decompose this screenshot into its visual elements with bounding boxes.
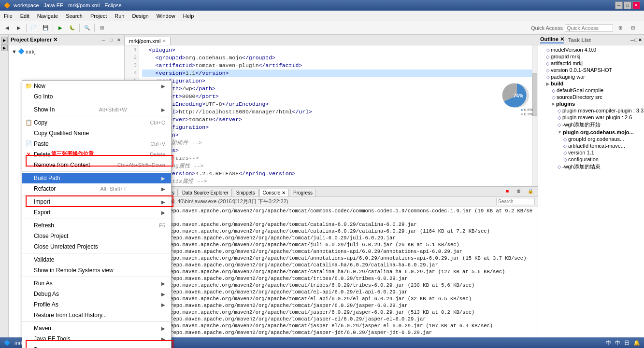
- outline-tab-tasklist[interactable]: Task List: [568, 37, 591, 43]
- outline-item[interactable]: ▶ plugins: [538, 100, 644, 107]
- outline-item[interactable]: ◇ plugin maven-war-plugin : 2.6: [538, 114, 644, 121]
- ctx-show-remote[interactable]: Show in Remote Systems view: [22, 265, 171, 276]
- close-button[interactable]: ✕: [632, 1, 640, 9]
- ctx-show-in[interactable]: Show In Alt+Shift+W ▶: [22, 104, 171, 115]
- menu-navigate[interactable]: Navigate: [33, 11, 62, 21]
- pe-maximize-btn[interactable]: □: [108, 37, 114, 43]
- strip-btn-2[interactable]: ▶: [1, 44, 8, 51]
- outline-item[interactable]: ◇ version 0.0.1-SNAPSHOT: [538, 67, 644, 73]
- ctx-export[interactable]: Export ▶: [22, 207, 171, 218]
- perspectives-button[interactable]: ⊞: [615, 23, 626, 33]
- code-line: <uriEncoding>UTF-8</uriEncoding>: [142, 100, 536, 108]
- ctx-javaee[interactable]: Java EE Tools ▶: [22, 334, 171, 344]
- ctx-profile-as[interactable]: Profile As ▶: [22, 299, 171, 310]
- toolbar-debug[interactable]: 🐛: [67, 23, 77, 33]
- editor-wrapper: mrkj/pom.xml ✕ 12345 678910 1112131415 1…: [125, 35, 538, 337]
- ctx-go-into[interactable]: Go Into: [22, 91, 171, 102]
- ctx-run-as[interactable]: Run As ▶: [22, 278, 171, 289]
- outline-item[interactable]: ◇ artifactId tomcat-mave...: [538, 142, 644, 149]
- console-search-input[interactable]: [496, 198, 535, 205]
- ctx-build-path[interactable]: Build Path ▶: [22, 173, 171, 183]
- ctx-import[interactable]: Import ▶: [22, 196, 171, 207]
- ctx-close-unrelated[interactable]: Close Unrelated Projects: [22, 241, 171, 252]
- menu-edit[interactable]: Edit: [16, 11, 33, 21]
- tab-datasource[interactable]: Data Source Explorer: [179, 189, 232, 196]
- ctx-validate[interactable]: Validate: [22, 254, 171, 265]
- toolbar-back[interactable]: ◀: [2, 23, 13, 33]
- ctx-copy-qualified-label: Copy Qualified Name: [34, 130, 89, 137]
- ctx-new[interactable]: 📁 New ▶: [22, 81, 171, 91]
- toolbar-save[interactable]: 💾: [40, 23, 51, 33]
- maximize-button[interactable]: □: [624, 1, 631, 9]
- ctx-delete[interactable]: ✕ Delete 第三张图操作位置 Delete: [22, 149, 171, 160]
- outline-tab-outline[interactable]: Outline ✕: [540, 36, 564, 43]
- toolbar-search[interactable]: 🔍: [82, 23, 92, 33]
- view-menu-button[interactable]: ⊟: [628, 23, 638, 33]
- editor-tabs: mrkj/pom.xml ✕: [125, 35, 538, 45]
- diamond-icon: ◇: [558, 164, 561, 169]
- toolbar-new[interactable]: 📄: [29, 23, 39, 33]
- ctx-remove[interactable]: Remove from Context Ctrl+Alt+Shift+Down: [22, 160, 171, 170]
- minimize-button[interactable]: ─: [615, 1, 623, 9]
- quick-access-input[interactable]: [565, 24, 613, 32]
- outline-close-btn[interactable]: ✕: [638, 38, 642, 42]
- pe-project-item[interactable]: ▼ 🔷 mrkj: [10, 47, 123, 56]
- outline-item[interactable]: ◇ configuration: [538, 156, 644, 163]
- toolbar-run[interactable]: ▶: [55, 23, 66, 33]
- tab-progress[interactable]: Progress: [290, 189, 316, 196]
- outline-item[interactable]: ▶ build: [538, 80, 644, 87]
- ctx-refactor[interactable]: Refactor Alt+Shift+T ▶: [22, 183, 171, 194]
- outline-minimize-btn[interactable]: ─: [630, 38, 633, 42]
- editor-tab-pom[interactable]: mrkj/pom.xml ✕: [125, 37, 171, 45]
- ctx-paste[interactable]: 📄 Paste Ctrl+V: [22, 139, 171, 149]
- outline-item[interactable]: ◇ modelVersion 4.0.0: [538, 46, 644, 53]
- toolbar-forward[interactable]: ▶: [14, 23, 24, 33]
- tab-console[interactable]: Console ✕: [259, 189, 289, 196]
- pe-close-btn[interactable]: ✕: [115, 37, 122, 43]
- menu-design[interactable]: Design: [128, 11, 152, 21]
- outline-item[interactable]: ◇ groupId mrkj: [538, 53, 644, 60]
- menu-search[interactable]: Search: [62, 11, 86, 21]
- strip-btn-1[interactable]: ▶: [1, 37, 8, 43]
- outline-item[interactable]: ▼ plugin org.codehaus.mojo...: [538, 129, 644, 136]
- outline-item[interactable]: ◇ sourceDirectory src: [538, 94, 644, 100]
- ctx-maven[interactable]: Maven ▶: [22, 323, 171, 334]
- outline-item[interactable]: ◇ defaultGoal compile: [538, 87, 644, 94]
- tab-snippets[interactable]: Snippets: [233, 189, 258, 196]
- code-line: <url>http://localhost:8080/manager/html<…: [142, 108, 536, 116]
- ctx-export-label: Export: [34, 209, 51, 216]
- title-bar-controls[interactable]: ─ □ ✕: [615, 1, 640, 9]
- console-stop-btn[interactable]: ■: [502, 186, 513, 196]
- code-line: <path>/wp</path>: [142, 85, 536, 93]
- tab-close-icon[interactable]: ✕: [162, 39, 166, 43]
- ctx-copy-qualified[interactable]: Copy Qualified Name: [22, 128, 171, 139]
- console-scroll-lock-btn[interactable]: 🔒: [525, 186, 536, 196]
- console-clear-btn[interactable]: 🗑: [514, 186, 524, 196]
- outline-item[interactable]: ◇ groupId org.codehaus...: [538, 136, 644, 142]
- outline-item[interactable]: ◇ version 1.1: [538, 149, 644, 156]
- ctx-team[interactable]: Team ▶: [22, 344, 171, 348]
- outline-item[interactable]: ◇ packaging war: [538, 73, 644, 80]
- menu-file[interactable]: File: [0, 11, 16, 21]
- ctx-close-project[interactable]: Close Project: [22, 231, 171, 241]
- pe-tree: ▼ 🔷 mrkj: [9, 45, 124, 57]
- pe-minimize-btn[interactable]: ─: [100, 37, 107, 43]
- delete-icon: ✕: [25, 151, 32, 158]
- toolbar-perspective[interactable]: ⊞: [97, 23, 107, 33]
- ctx-debug-as[interactable]: Debug As ▶: [22, 289, 171, 299]
- menu-run[interactable]: Run: [111, 11, 128, 21]
- outline-item[interactable]: ◇ plugin maven-compiler-plugin : 3.3: [538, 107, 644, 114]
- outline-item[interactable]: ◇ -wgh添加的结束: [538, 163, 644, 171]
- menu-window[interactable]: Window: [153, 11, 179, 21]
- outline-item[interactable]: ◇ -wgh添加的开始: [538, 121, 644, 129]
- ctx-copy[interactable]: 📋 Copy Ctrl+C: [22, 117, 171, 128]
- code-content[interactable]: <plugin> <groupId>org.codehaus.mojo</gro…: [140, 45, 538, 186]
- diamond-icon: ◇: [546, 61, 550, 66]
- outline-header-btns: ─ □ ✕: [630, 38, 642, 42]
- menu-project[interactable]: Project: [86, 11, 111, 21]
- outline-item[interactable]: ◇ artifactId mrkj: [538, 60, 644, 67]
- ctx-refresh[interactable]: Refresh F5: [22, 220, 171, 231]
- ctx-restore[interactable]: Restore from Local History...: [22, 310, 171, 320]
- outline-maximize-btn[interactable]: □: [635, 38, 637, 42]
- menu-help[interactable]: Help: [179, 11, 198, 21]
